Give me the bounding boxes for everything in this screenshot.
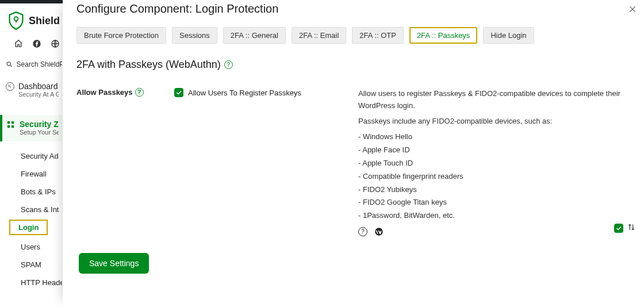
nav-security-zone[interactable]: Security Zo Setup Your Securi xyxy=(0,115,62,141)
tab-2fa-otp[interactable]: 2FA :: OTP xyxy=(352,27,404,44)
svg-rect-8 xyxy=(12,125,14,128)
svg-rect-1 xyxy=(16,20,17,23)
checkbox-icon xyxy=(174,88,183,97)
facebook-icon[interactable] xyxy=(32,39,41,48)
tab-2fa-general[interactable]: 2FA :: General xyxy=(223,27,286,44)
sidebar-item-bots-ips[interactable]: Bots & IPs xyxy=(0,184,62,199)
nav-dashboard-sub: Security At A Glan xyxy=(18,91,59,98)
tab-brute-force[interactable]: Brute Force Protection xyxy=(76,27,166,44)
help-li: - Apple Face ID xyxy=(358,144,632,157)
modal-tabs: Brute Force Protection Sessions 2FA :: G… xyxy=(63,27,644,54)
help-list: - Windows Hello - Apple Face ID - Apple … xyxy=(358,131,632,222)
help-li: - FIDO2 Yubikeys xyxy=(358,183,632,197)
shield-logo-icon xyxy=(8,11,24,30)
nav-block: Dashboard Security At A Glan Security Zo… xyxy=(0,78,62,290)
sidebar-item-security-admin[interactable]: Security Ad xyxy=(0,148,62,164)
option-label: Allow Passkeys xyxy=(76,88,133,97)
sidebar-item-login[interactable]: Login xyxy=(9,220,48,235)
nav-zone-title: Security Zo xyxy=(20,120,59,129)
sidebar-item-http-headers[interactable]: HTTP Heade xyxy=(0,275,62,290)
allow-passkeys-checkbox[interactable]: Allow Users To Register Passkeys xyxy=(174,88,358,97)
option-help-icon[interactable]: ? xyxy=(135,88,144,97)
help-li: - 1Password, BitWarden, etc. xyxy=(358,209,632,222)
help-icon[interactable]: ? xyxy=(224,60,233,69)
nav-dashboard[interactable]: Dashboard Security At A Glan xyxy=(0,78,62,101)
gauge-icon xyxy=(6,82,14,91)
globe-icon[interactable] xyxy=(51,39,60,48)
info-icon[interactable]: ? xyxy=(358,227,367,236)
modal-title: Configure Component: Login Protection xyxy=(63,0,644,27)
save-button[interactable]: Save Settings xyxy=(79,253,149,274)
sidebar-search[interactable]: Search ShieldPRO xyxy=(0,56,62,76)
toggle-enabled-icon[interactable] xyxy=(614,224,623,233)
help-li: - Apple Touch ID xyxy=(358,157,632,170)
brand-row: Shield xyxy=(0,3,62,36)
sidebar-item-spam[interactable]: SPAM xyxy=(0,257,62,273)
help-icon-row: ? xyxy=(358,227,632,236)
sidebar-item-users[interactable]: Users xyxy=(0,239,62,255)
section-title: 2FA with Passkeys (WebAuthn) xyxy=(76,59,221,71)
wordpress-icon[interactable] xyxy=(374,227,384,236)
option-control-col: Allow Users To Register Passkeys xyxy=(174,88,358,236)
search-icon xyxy=(6,60,13,69)
svg-rect-5 xyxy=(7,121,10,124)
sidebar-item-scans[interactable]: Scans & Int xyxy=(0,202,62,217)
option-label-col: Allow Passkeys ? xyxy=(76,88,174,236)
search-placeholder: Search ShieldPRO xyxy=(17,60,62,68)
tab-hide-login[interactable]: Hide Login xyxy=(483,27,534,44)
help-li: - FIDO2 Google Titan keys xyxy=(358,196,632,209)
svg-rect-7 xyxy=(12,121,14,124)
bottom-right-controls xyxy=(614,222,636,233)
svg-rect-6 xyxy=(7,125,10,128)
help-li: - Compatible fingerprint readers xyxy=(358,170,632,183)
help-p1: Allow users to register Passkeys & FIDO2… xyxy=(358,88,632,112)
save-row: Save Settings xyxy=(63,253,149,274)
close-button[interactable] xyxy=(627,3,638,15)
tab-2fa-passkeys[interactable]: 2FA :: Passkeys xyxy=(409,27,478,44)
home-icon[interactable] xyxy=(14,39,23,48)
close-icon xyxy=(628,5,637,14)
config-modal: Configure Component: Login Protection Br… xyxy=(63,0,644,307)
sidebar-item-firewall[interactable]: Firewall xyxy=(0,166,62,182)
app-sidebar: Shield Search ShieldPRO Dashboard Securi… xyxy=(0,3,63,307)
help-li: - Windows Hello xyxy=(358,131,632,144)
nav-dashboard-title: Dashboard xyxy=(18,82,59,91)
option-help-col: Allow users to register Passkeys & FIDO2… xyxy=(358,88,637,236)
option-grid: Allow Passkeys ? Allow Users To Register… xyxy=(63,71,644,236)
nav-zone-sub: Setup Your Securi xyxy=(20,129,59,136)
grid-icon xyxy=(7,121,15,129)
quick-links-row xyxy=(0,36,62,56)
nav-sub-list: Security Ad Firewall Bots & IPs Scans & … xyxy=(0,148,62,290)
svg-point-4 xyxy=(7,62,10,66)
brand-name: Shield xyxy=(29,15,60,27)
tab-sessions[interactable]: Sessions xyxy=(172,27,217,44)
section-title-row: 2FA with Passkeys (WebAuthn) ? xyxy=(63,59,644,71)
sort-icon[interactable] xyxy=(627,222,636,233)
tab-2fa-email[interactable]: 2FA :: Email xyxy=(292,27,346,44)
checkbox-label: Allow Users To Register Passkeys xyxy=(188,89,301,97)
help-p2: Passkeys include any FIDO2-compatible de… xyxy=(358,116,632,128)
